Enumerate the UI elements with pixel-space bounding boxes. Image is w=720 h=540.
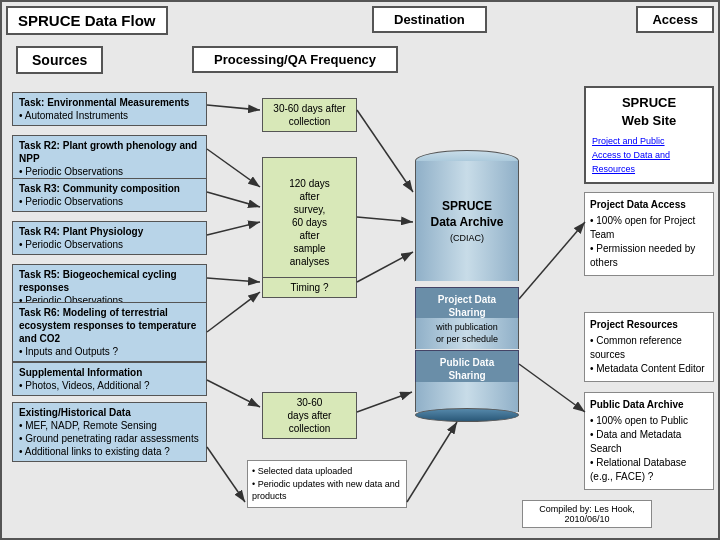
project-resources-box: Project Resources • Common reference sou…	[584, 312, 714, 382]
svg-line-8	[357, 252, 413, 282]
website-link[interactable]: Project and PublicAccess to Data andReso…	[592, 134, 706, 176]
proc-30-60b: 30-60days aftercollection	[262, 392, 357, 439]
spruce-website: SPRUCEWeb Site Project and PublicAccess …	[584, 86, 714, 184]
svg-line-13	[519, 222, 585, 299]
svg-line-6	[357, 217, 413, 222]
task-supp: Supplemental Information • Photos, Video…	[12, 362, 207, 396]
svg-line-3	[207, 149, 260, 187]
destination-label: Destination	[394, 12, 465, 27]
svg-line-15	[407, 422, 457, 502]
svg-line-10	[207, 380, 260, 407]
access-box: Access	[636, 6, 714, 33]
proc-120: 120 daysaftersurvey,60 daysaftersamplean…	[262, 157, 357, 287]
cylinder-bottom	[415, 408, 519, 422]
sources-label: Sources	[16, 46, 103, 74]
pub-text: with publicationor per schedule	[415, 318, 519, 349]
svg-line-9	[207, 292, 260, 332]
access-label: Access	[652, 12, 698, 27]
svg-line-2	[357, 110, 413, 192]
archive-body: SPRUCEData Archive (CDIAC)	[415, 161, 519, 281]
destination-box: Destination	[372, 6, 487, 33]
task-r3: Task R3: Community composition • Periodi…	[12, 178, 207, 212]
processing-label: Processing/QA Frequency	[192, 46, 398, 73]
proc-30-60: 30-60 days aftercollection	[262, 98, 357, 132]
svg-line-1	[207, 105, 260, 110]
public-archive-box: Public Data Archive • 100% open to Publi…	[584, 392, 714, 490]
compiled-box: Compiled by: Les Hook, 2010/06/10	[522, 500, 652, 528]
title: SPRUCE Data Flow	[18, 12, 156, 29]
svg-line-11	[357, 392, 412, 412]
archive-subtitle: (CDIAC)	[450, 233, 484, 243]
svg-line-14	[519, 364, 585, 412]
selected-data-box: • Selected data uploaded • Periodic upda…	[247, 460, 407, 508]
website-title: SPRUCEWeb Site	[592, 94, 706, 130]
task-r4: Task R4: Plant Physiology • Periodic Obs…	[12, 221, 207, 255]
proc-timing: Timing ?	[262, 277, 357, 298]
main-container: SPRUCE Data Flow Destination Access Sour…	[0, 0, 720, 540]
task-env: Task: Environmental Measurements • Autom…	[12, 92, 207, 126]
svg-line-5	[207, 222, 260, 235]
task-r2: Task R2: Plant growth phenology and NPP …	[12, 135, 207, 182]
task-hist: Existing/Historical Data • MEF, NADP, Re…	[12, 402, 207, 462]
title-box: SPRUCE Data Flow	[6, 6, 168, 35]
archive-title: SPRUCEData Archive	[431, 199, 504, 230]
svg-line-12	[207, 447, 245, 502]
task-r6: Task R6: Modeling of terrestrial ecosyst…	[12, 302, 207, 362]
project-access-box: Project Data Access • 100% open for Proj…	[584, 192, 714, 276]
svg-line-7	[207, 278, 260, 282]
svg-line-4	[207, 192, 260, 207]
